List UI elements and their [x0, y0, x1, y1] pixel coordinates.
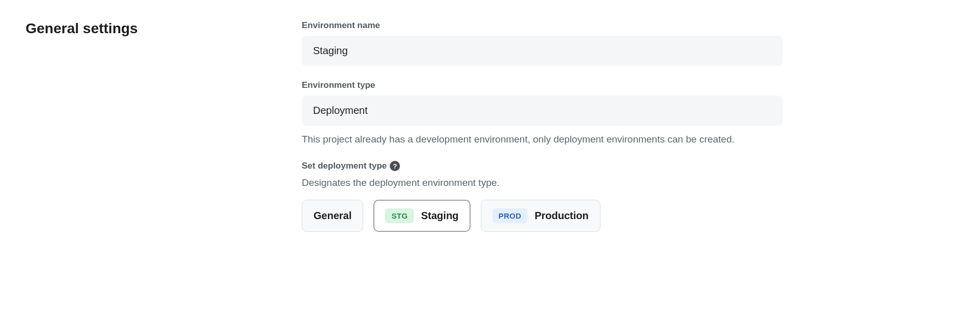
environment-name-input[interactable]	[302, 36, 783, 66]
environment-name-label: Environment name	[302, 20, 783, 31]
deployment-type-general-label: General	[314, 210, 351, 222]
deployment-type-label: Set deployment type	[302, 161, 387, 171]
deployment-type-staging-button[interactable]: STG Staging	[373, 200, 470, 232]
page-title: General settings	[26, 20, 271, 37]
environment-name-group: Environment name	[302, 20, 783, 66]
environment-type-label: Environment type	[302, 80, 783, 90]
deployment-type-general-button[interactable]: General	[302, 200, 363, 232]
deployment-type-description: Designates the deployment environment ty…	[302, 175, 783, 190]
deployment-type-options: General STG Staging PROD Production	[302, 200, 783, 232]
environment-type-help: This project already has a development e…	[302, 132, 783, 147]
deployment-type-staging-label: Staging	[421, 210, 458, 222]
environment-type-input[interactable]	[302, 96, 783, 126]
deployment-type-production-button[interactable]: PROD Production	[481, 200, 600, 232]
prod-badge: PROD	[493, 208, 528, 223]
environment-type-group: Environment type This project already ha…	[302, 80, 783, 147]
stg-badge: STG	[385, 208, 414, 223]
help-icon[interactable]: ?	[390, 161, 400, 171]
deployment-type-group: Set deployment type ? Designates the dep…	[302, 161, 783, 231]
deployment-type-production-label: Production	[534, 210, 589, 222]
